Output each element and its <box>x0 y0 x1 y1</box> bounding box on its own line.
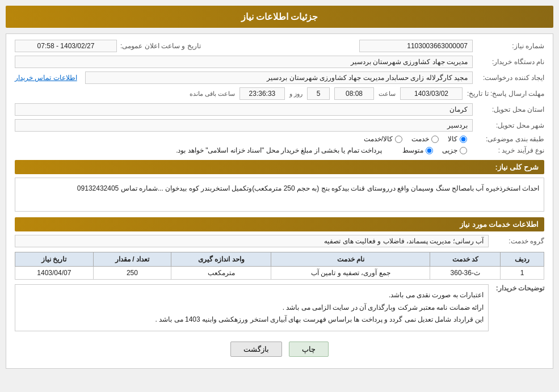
services-table: ردیف کد خدمت نام خدمت واحد اندازه گیری ت… <box>15 252 544 280</box>
buyer-note-line: اعتبارات به صورت نقدی می باشد. <box>20 289 484 302</box>
print-button[interactable]: چاپ <box>289 342 329 357</box>
province-label: استان محل تحویل: <box>476 106 544 113</box>
purchase-radio-jozi[interactable] <box>460 147 467 154</box>
requester-row: ایجاد کننده درخواست: مجید کارگرلاله زاری… <box>15 71 544 84</box>
category-option-khedmat: خدمت <box>411 135 439 143</box>
buyer-note-line: ارائه ضمانت نامه معتبر شرکت وبارگذاری آن… <box>20 302 484 314</box>
need-number-value: 1103003663000007 <box>359 40 473 52</box>
deadline-row: مهلت ارسال پاسخ: تا تاریخ: 1403/03/02 سا… <box>15 87 544 100</box>
page-title: جزئیات اطلاعات نیاز <box>6 6 553 28</box>
table-cell-unit: مترمکعب <box>171 267 271 280</box>
col-header-row: ردیف <box>501 252 544 267</box>
purchase-note: پرداخت تمام یا بخشی از مبلغ خریدار محل "… <box>176 146 382 154</box>
page-wrapper: جزئیات اطلاعات نیاز شماره نیاز: 11030036… <box>0 0 559 392</box>
category-kala-label: کالا <box>448 135 457 143</box>
need-description-label: شرح کلی نیاز: <box>15 160 544 174</box>
need-number-label: شماره نیاز: <box>476 42 544 50</box>
announce-label: تاریخ و ساعت اعلان عمومی: <box>120 42 201 50</box>
purchase-jozi-label: جزیی <box>442 146 457 154</box>
category-radio-kala[interactable] <box>460 136 467 143</box>
purchase-option-jozi: جزیی <box>442 146 467 154</box>
col-header-qty: تعداد / مقدار <box>93 252 171 267</box>
category-khedmat-label: خدمت <box>411 135 429 143</box>
service-group-label: گروه خدمت: <box>493 237 544 245</box>
table-cell-name: جمع آوری، تصفیه و تامین آب <box>271 267 430 280</box>
buyer-note-line: این قرارداد شامل تعدیل نمی گردد و پرداخت… <box>20 314 484 326</box>
buyer-notes-section: توضیحات خریدار: اعتبارات به صورت نقدی می… <box>15 284 544 336</box>
announce-datetime: 1403/02/27 - 07:58 <box>15 40 117 52</box>
deadline-remain-label: ساعت باقی مانده <box>190 90 235 98</box>
table-cell-date: 1403/04/07 <box>15 267 94 280</box>
buyer-org-label: نام دستگاه خریدار: <box>476 58 544 66</box>
category-label: طبقه بندی موضوعی: <box>476 135 544 143</box>
requester-value: مجید کارگرلاله زاری حسابدار مدیریت جهاد … <box>85 71 473 84</box>
col-header-unit: واحد اندازه گیری <box>171 252 271 267</box>
table-cell-quantity: 250 <box>93 267 171 280</box>
table-cell-row: 1 <box>501 267 544 280</box>
category-radio-both[interactable] <box>395 136 402 143</box>
purchase-label: نوع فرآیند خرید : <box>476 146 544 154</box>
city-row: شهر محل تحویل: بردسیر <box>15 119 544 132</box>
back-button[interactable]: بازگشت <box>230 342 282 357</box>
category-radio-khedmat[interactable] <box>431 136 439 143</box>
need-number-row: شماره نیاز: 1103003663000007 تاریخ و ساع… <box>15 40 544 52</box>
province-row: استان محل تحویل: کرمان <box>15 103 544 116</box>
requester-label: ایجاد کننده درخواست: <box>476 74 544 82</box>
buyer-notes-label: توضیحات خریدار: <box>493 284 544 292</box>
deadline-time-label: ساعت <box>379 90 396 98</box>
deadline-day-label: روز و <box>289 90 302 98</box>
col-header-name: نام خدمت <box>271 252 430 267</box>
deadline-date: 1403/03/02 <box>400 87 463 100</box>
city-value: بردسیر <box>15 119 473 132</box>
services-section: اطلاعات خدمات مورد نیاز گروه خدمت: آب رس… <box>15 217 544 280</box>
services-section-label: اطلاعات خدمات مورد نیاز <box>15 217 544 231</box>
category-option-both: کالا/خدمت <box>364 135 402 143</box>
table-row: 1ث-36-360جمع آوری، تصفیه و تامین آبمترمک… <box>15 267 544 280</box>
deadline-remain: 23:36:33 <box>239 87 285 100</box>
purchase-radio-mutawaset[interactable] <box>426 147 433 154</box>
purchase-mutawaset-label: متوسط <box>402 146 423 154</box>
main-card: شماره نیاز: 1103003663000007 تاریخ و ساع… <box>6 33 553 369</box>
city-label: شهر محل تحویل: <box>476 121 544 129</box>
deadline-time: 08:08 <box>334 87 374 100</box>
service-group-value: آب رسانی؛ مدیریت پسماند، فاضلاب و فعالیت… <box>15 235 489 247</box>
need-description-section: شرح کلی نیاز: احداث استخرذخیره آب بامصال… <box>15 160 544 212</box>
button-row: چاپ بازگشت <box>15 342 544 363</box>
deadline-days: 5 <box>307 87 330 100</box>
buyer-org-row: نام دستگاه خریدار: مدیریت جهاد کشاورزی ش… <box>15 56 544 68</box>
category-option-kala: کالا <box>448 135 467 143</box>
buyer-notes-content: اعتبارات به صورت نقدی می باشد.ارائه ضمان… <box>15 284 489 331</box>
table-cell-code: ث-36-360 <box>430 267 501 280</box>
buyer-org-value: مدیریت جهاد کشاورزی شهرستان بردسیر <box>15 56 473 68</box>
deadline-label: مهلت ارسال پاسخ: تا تاریخ: <box>467 90 544 98</box>
service-group-row: گروه خدمت: آب رسانی؛ مدیریت پسماند، فاضل… <box>15 235 544 247</box>
col-header-code: کد خدمت <box>430 252 501 267</box>
category-both-label: کالا/خدمت <box>364 135 393 143</box>
province-value: کرمان <box>15 103 473 116</box>
contact-link[interactable]: اطلاعات تماس خریدار <box>15 74 77 82</box>
col-header-date: تاریخ نیاز <box>15 252 94 267</box>
purchase-row: نوع فرآیند خرید : جزیی متوسط پرداخت تمام… <box>15 146 544 154</box>
purchase-option-mutawaset: متوسط <box>402 146 433 154</box>
category-row: طبقه بندی موضوعی: کالا خدمت کالا/خدمت <box>15 135 544 143</box>
need-description-text: احداث استخرذخیره آب بامصالح سنگ وسیمان و… <box>15 178 544 212</box>
